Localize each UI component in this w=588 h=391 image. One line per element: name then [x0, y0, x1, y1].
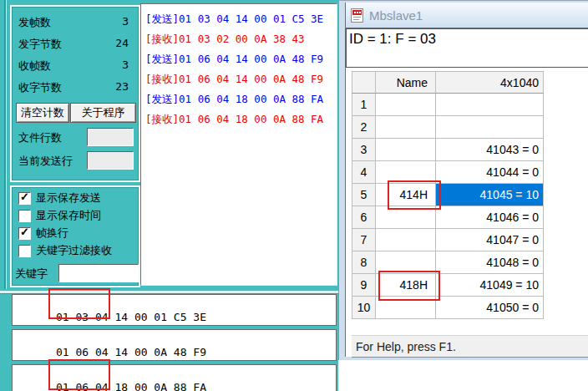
- checkbox-frame-newline[interactable]: [18, 227, 31, 240]
- about-button[interactable]: 关于程序: [70, 103, 136, 123]
- options-panel: 显示保存发送 显示保存时间 帧换行 关键字过滤接收 关键字: [10, 185, 140, 287]
- id-line-text: ID = 1: F = 03: [349, 31, 436, 47]
- left-groove-divider: [4, 0, 7, 289]
- row-number: 7: [352, 229, 376, 251]
- counter-label: 发字节数: [18, 37, 62, 52]
- name-cell[interactable]: [376, 229, 436, 251]
- mbslave-titlebar[interactable]: Mbslave1: [346, 3, 588, 28]
- grid-row[interactable]: 7 41047 = 0: [352, 229, 544, 251]
- mbslave-window: Mbslave1 ID = 1: F = 03 Name 4x1040 1: [338, 0, 588, 360]
- grid-header-4x1040[interactable]: 4x1040: [436, 71, 544, 94]
- counter-sent-frames: 发帧数 3: [18, 15, 129, 30]
- counter-recv-bytes: 收字节数 23: [18, 80, 129, 95]
- name-cell[interactable]: [376, 139, 436, 161]
- value-cell[interactable]: [436, 116, 544, 139]
- checkbox-label: 显示保存时间: [36, 208, 101, 223]
- log-line-send: [发送]01 06 04 14 00 0A 48 F9: [145, 49, 337, 69]
- value-cell[interactable]: 41050 = 0: [436, 297, 544, 319]
- keyword-input[interactable]: [58, 264, 139, 282]
- grid-header-name[interactable]: Name: [376, 71, 436, 94]
- checkbox-label: 帧换行: [36, 226, 68, 241]
- grid-row-selected[interactable]: 5 414H 41045 = 10: [352, 184, 544, 206]
- grid-row[interactable]: 3 41043 = 0: [352, 139, 544, 161]
- log-line-send: [发送]01 06 04 18 00 0A 88 FA: [145, 89, 337, 109]
- checkbox-row-show-save-time[interactable]: 显示保存时间: [18, 209, 101, 222]
- row-number: 3: [352, 139, 376, 161]
- checkbox-row-show-save-send[interactable]: 显示保存发送: [18, 191, 101, 205]
- value-cell-selected[interactable]: 41045 = 10: [436, 184, 544, 206]
- value-cell[interactable]: 41047 = 0: [436, 229, 544, 251]
- value-cell[interactable]: [436, 94, 544, 116]
- current-send-line-field[interactable]: [87, 151, 134, 170]
- mbslave-window-title: Mbslave1: [369, 8, 423, 23]
- clear-count-label: 清空计数: [21, 105, 64, 120]
- row-number: 4: [352, 161, 376, 184]
- log-line-recv: [接收]01 06 04 18 00 0A 88 FA: [145, 109, 337, 129]
- clear-count-button[interactable]: 清空计数: [16, 103, 69, 123]
- grid-row[interactable]: 4 41044 = 0: [352, 161, 544, 184]
- checkbox-keyword-filter[interactable]: [18, 245, 31, 257]
- file-lines-label: 文件行数: [18, 130, 62, 145]
- counter-recv-frames: 收帧数 3: [18, 58, 129, 74]
- name-cell[interactable]: [376, 116, 436, 139]
- counter-label: 收字节数: [18, 80, 62, 95]
- value-cell[interactable]: 41046 = 0: [436, 206, 544, 229]
- mbslave-client-area: Mbslave1 ID = 1: F = 03 Name 4x1040 1: [345, 3, 588, 357]
- file-lines-field[interactable]: [87, 128, 134, 146]
- counter-value: 23: [115, 80, 129, 95]
- counter-sent-bytes: 发字节数 24: [18, 37, 129, 52]
- hex-send-row-2[interactable]: 01 06 04 14 00 0A 48 F9: [12, 329, 337, 361]
- mbslave-document-icon: [351, 8, 363, 23]
- keyword-label: 关键字: [15, 267, 48, 282]
- counter-label: 发帧数: [18, 15, 51, 30]
- current-send-line-label: 当前发送行: [18, 154, 73, 169]
- annotation-box-hex-0414: [48, 288, 110, 319]
- value-cell[interactable]: 41048 = 0: [436, 251, 544, 274]
- name-cell[interactable]: [376, 94, 436, 116]
- checkbox-show-save-send[interactable]: [18, 192, 31, 205]
- counter-label: 收帧数: [18, 58, 51, 74]
- checkbox-row-frame-newline[interactable]: 帧换行: [18, 226, 68, 240]
- screenshot-root: 发帧数 3 发字节数 24 收帧数 3 收字节数 23 清空计数 关于程序 文件…: [0, 0, 588, 391]
- grid-row[interactable]: 1: [352, 94, 544, 116]
- counter-value: 3: [122, 58, 129, 74]
- checkbox-show-save-time[interactable]: [18, 210, 31, 222]
- annotation-box-414h: [388, 180, 441, 210]
- grid-header-row: Name 4x1040: [352, 71, 544, 94]
- grid-row[interactable]: 2: [352, 116, 544, 139]
- value-cell[interactable]: 41043 = 0: [436, 139, 544, 161]
- grid-row[interactable]: 6 41046 = 0: [352, 206, 544, 229]
- value-cell[interactable]: 41049 = 10: [436, 274, 544, 297]
- hex-text: 01 06 04 14 00 0A 48 F9: [56, 346, 206, 358]
- status-text: For Help, press F1.: [356, 340, 456, 353]
- log-line-recv: [接收]01 03 02 00 0A 38 43: [145, 29, 337, 49]
- about-label: 关于程序: [82, 105, 125, 120]
- log-line-recv: [接收]01 06 04 14 00 0A 48 F9: [145, 69, 337, 89]
- row-number: 5: [352, 184, 376, 206]
- checkbox-row-keyword-filter[interactable]: 关键字过滤接收: [18, 244, 112, 257]
- counter-value: 3: [122, 15, 129, 30]
- row-number: 9: [352, 274, 376, 297]
- checkbox-label: 关键字过滤接收: [36, 243, 112, 258]
- log-line-send: [发送]01 03 04 14 00 01 C5 3E: [145, 9, 337, 29]
- annotation-box-hex-0418: [48, 359, 110, 390]
- row-number: 6: [352, 206, 376, 229]
- row-number: 1: [352, 94, 376, 116]
- annotation-box-418h: [378, 271, 440, 301]
- row-number: 10: [352, 297, 376, 319]
- counters-panel: 发帧数 3 发字节数 24 收帧数 3 收字节数 23 清空计数 关于程序 文件…: [10, 5, 140, 182]
- checkbox-label: 显示保存发送: [36, 190, 101, 206]
- value-cell[interactable]: 41044 = 0: [436, 161, 544, 184]
- row-number: 8: [352, 251, 376, 274]
- serial-tool-window: 发帧数 3 发字节数 24 收帧数 3 收字节数 23 清空计数 关于程序 文件…: [0, 0, 338, 391]
- counter-value: 24: [115, 37, 129, 52]
- row-number: 2: [352, 116, 376, 139]
- comm-log-panel[interactable]: [发送]01 03 04 14 00 01 C5 3E [接收]01 03 02…: [140, 3, 337, 286]
- status-bar: For Help, press F1.: [352, 335, 588, 358]
- name-cell[interactable]: [376, 206, 436, 229]
- grid-corner-cell: [352, 71, 376, 94]
- slave-id-function-line: ID = 1: F = 03: [346, 28, 588, 68]
